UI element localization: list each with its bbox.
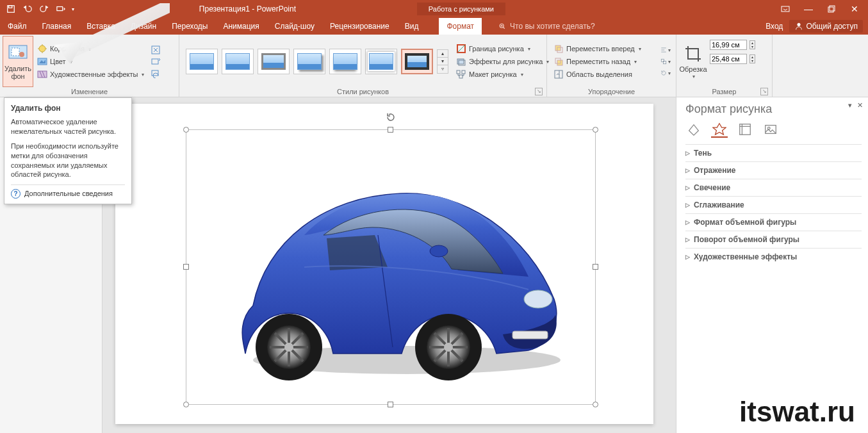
tab-home[interactable]: Главная [35, 18, 79, 35]
start-from-beginning-icon[interactable] [54, 2, 68, 16]
size-tab-icon[interactable] [737, 121, 753, 138]
tab-review[interactable]: Рецензирование [322, 18, 397, 35]
style-thumb[interactable] [186, 49, 218, 74]
chevron-right-icon: ▷ [685, 254, 690, 260]
chevron-right-icon: ▷ [685, 167, 690, 174]
bring-forward-button[interactable]: Переместить вперед▾ [552, 43, 655, 54]
resize-handle[interactable] [593, 264, 598, 270]
svg-point-50 [444, 343, 453, 352]
resize-handle[interactable] [593, 127, 598, 133]
compress-pictures-icon[interactable] [151, 45, 161, 55]
tab-transitions[interactable]: Переходы [164, 18, 215, 35]
resize-handle[interactable] [388, 402, 393, 407]
tab-format[interactable]: Формат [439, 18, 482, 35]
resize-handle[interactable] [388, 127, 393, 133]
chevron-right-icon: ▷ [685, 219, 690, 225]
crop-button[interactable]: Обрезка ▾ [679, 36, 707, 87]
tab-design[interactable]: Дизайн [123, 18, 164, 35]
remove-background-button[interactable]: Удалить фон [3, 36, 33, 87]
format-accordion-item[interactable]: ▷Свечение [685, 179, 862, 196]
align-icon[interactable]: ▾ [660, 45, 671, 55]
svg-point-51 [430, 245, 448, 257]
style-thumb[interactable] [293, 49, 325, 74]
resize-handle[interactable] [183, 264, 189, 270]
group-change-label: Изменение [3, 87, 176, 97]
effects-tab-icon[interactable] [711, 121, 728, 138]
style-thumb[interactable] [258, 49, 290, 74]
tooltip-help-link[interactable]: ? Дополнительные сведения [11, 184, 125, 199]
redo-icon[interactable] [37, 2, 51, 16]
format-accordion-item[interactable]: ▷Художественные эффекты [685, 248, 862, 265]
svg-rect-23 [462, 70, 465, 74]
slide-canvas[interactable] [102, 97, 676, 433]
artistic-effects-button[interactable]: Художественные эффекты▾ [36, 69, 145, 80]
height-input[interactable]: ▴▾ [707, 40, 755, 50]
tab-animations[interactable]: Анимация [215, 18, 266, 35]
undo-icon[interactable] [20, 2, 35, 16]
size-launcher[interactable]: ↘ [760, 88, 768, 95]
svg-point-11 [19, 52, 24, 57]
group-icon[interactable]: ▾ [660, 56, 671, 67]
height-field[interactable] [710, 40, 747, 50]
width-field[interactable] [710, 54, 747, 64]
save-icon[interactable] [4, 2, 18, 16]
gallery-scroll[interactable]: ▴▾▿ [437, 49, 448, 74]
signin-button[interactable]: Вход [766, 22, 783, 31]
minimize-button[interactable]: — [798, 2, 819, 16]
tab-view[interactable]: Вид [397, 18, 427, 35]
style-thumb[interactable] [222, 49, 254, 74]
change-picture-icon[interactable] [151, 56, 161, 67]
svg-rect-36 [512, 331, 548, 339]
svg-rect-2 [57, 7, 63, 11]
remove-bg-label: Удалить фон [4, 65, 31, 80]
resize-handle[interactable] [183, 402, 189, 407]
close-button[interactable]: ✕ [844, 2, 865, 16]
rotate-icon[interactable]: ▾ [660, 68, 671, 78]
style-thumb[interactable] [401, 49, 433, 74]
ribbon-display-icon[interactable] [774, 2, 796, 16]
send-backward-button[interactable]: Переместить назад▾ [552, 56, 655, 67]
format-accordion-item[interactable]: ▷Формат объемной фигуры [685, 213, 862, 231]
car-picture[interactable] [227, 139, 577, 389]
corrections-icon [37, 44, 47, 54]
format-accordion-item[interactable]: ▷Тень [685, 144, 862, 161]
style-thumb[interactable] [365, 49, 397, 74]
contextual-tab-label: Работа с рисунками [417, 3, 505, 15]
format-accordion-item[interactable]: ▷Поворот объемной фигуры [685, 231, 862, 248]
picture-layout-button[interactable]: Макет рисунка▾ [455, 69, 550, 80]
tab-slideshow[interactable]: Слайд-шоу [267, 18, 322, 35]
pane-options-icon[interactable]: ▾ [848, 101, 852, 110]
chevron-right-icon: ▷ [685, 150, 690, 156]
layout-icon [456, 69, 466, 79]
picture-tab-icon[interactable] [762, 121, 779, 138]
pane-close-button[interactable]: ✕ [857, 101, 863, 110]
watermark: itswat.ru [739, 396, 855, 428]
selection-pane-button[interactable]: Область выделения [552, 69, 655, 80]
qat-customize-icon[interactable]: ▾ [72, 6, 74, 12]
tell-me-search[interactable]: Что вы хотите сделать? [482, 18, 766, 35]
border-icon [456, 44, 466, 54]
reset-picture-icon[interactable] [151, 68, 161, 78]
tab-insert[interactable]: Вставка [79, 18, 123, 35]
share-button[interactable]: Общий доступ [789, 20, 863, 33]
slide[interactable] [115, 104, 653, 424]
style-thumb[interactable] [329, 49, 361, 74]
width-input[interactable]: ▴▾ [707, 54, 755, 64]
resize-handle[interactable] [593, 402, 598, 407]
resize-handle[interactable] [183, 127, 189, 133]
svg-point-6 [500, 24, 504, 28]
format-accordion-item[interactable]: ▷Отражение [685, 161, 862, 179]
styles-launcher[interactable]: ↘ [535, 88, 543, 95]
restore-button[interactable] [821, 2, 842, 16]
picture-effects-button[interactable]: Эффекты для рисунка▾ [455, 56, 550, 67]
picture-border-button[interactable]: Граница рисунка▾ [455, 43, 550, 54]
color-button[interactable]: Цвет▾ [36, 56, 145, 67]
picture-styles-gallery[interactable]: ▴▾▿ [182, 36, 452, 87]
fill-tab-icon[interactable] [685, 121, 702, 138]
rotate-handle[interactable] [386, 112, 396, 122]
format-accordion-item[interactable]: ▷Сглаживание [685, 196, 862, 213]
tab-file[interactable]: Файл [0, 18, 35, 35]
svg-point-12 [39, 45, 45, 52]
svg-rect-3 [782, 6, 789, 12]
corrections-button[interactable]: Коррекция▾ [36, 43, 145, 54]
